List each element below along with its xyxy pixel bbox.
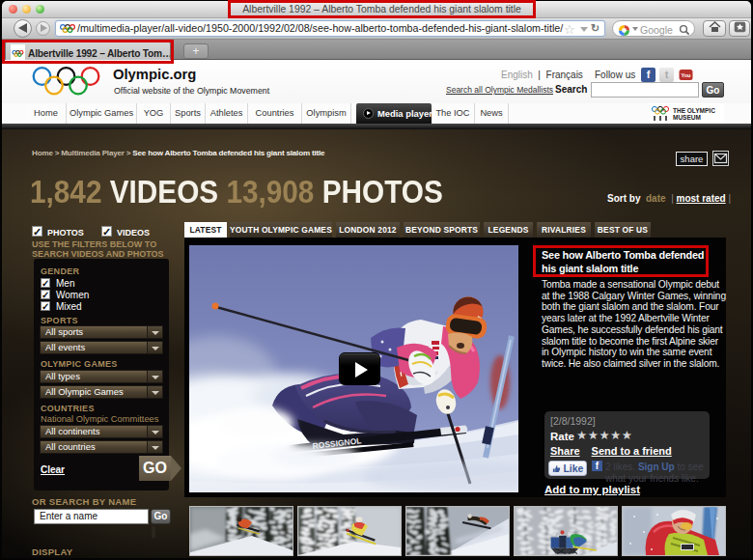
svg-text:You: You — [682, 72, 691, 78]
